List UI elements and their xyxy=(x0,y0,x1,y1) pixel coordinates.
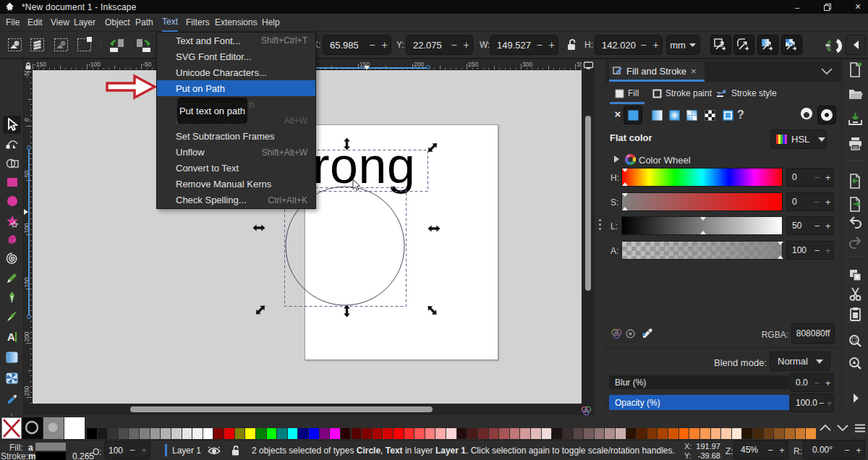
close-button[interactable]: ✕ xyxy=(846,0,868,14)
palette-swatch[interactable] xyxy=(637,428,647,439)
export-icon[interactable] xyxy=(848,197,863,212)
menubar-item-extensions[interactable]: Extensions xyxy=(215,14,258,32)
palette-swatch[interactable] xyxy=(235,428,245,439)
menu-item-put-on-path[interactable]: Put on Path xyxy=(157,80,315,96)
slider-marker-top[interactable] xyxy=(700,217,706,221)
save-icon[interactable] xyxy=(848,111,863,127)
tool-box3d-icon[interactable] xyxy=(3,231,21,249)
palette-swatch[interactable] xyxy=(341,428,351,439)
scale-handle-top[interactable] xyxy=(344,138,350,150)
w-plus-button[interactable]: + xyxy=(545,39,558,51)
slider-l[interactable] xyxy=(621,216,783,235)
palette-swatch[interactable] xyxy=(150,428,161,439)
palette-swatch[interactable] xyxy=(489,428,499,439)
slider-marker-bottom[interactable] xyxy=(622,207,628,210)
palette-swatch[interactable] xyxy=(478,428,488,439)
palette-swatch[interactable] xyxy=(288,428,298,439)
paste-icon[interactable] xyxy=(848,307,863,322)
palette-swatch[interactable] xyxy=(542,428,552,439)
palette-swatch[interactable] xyxy=(806,428,816,439)
blur-slider[interactable]: Blur (%) xyxy=(609,375,789,389)
slider-a[interactable] xyxy=(621,241,783,260)
palette-swatch[interactable] xyxy=(192,428,203,439)
palette-swatch[interactable] xyxy=(213,428,224,439)
menu-item-set-subtraction-frames[interactable]: Set Subtraction Frames xyxy=(157,129,315,145)
select-all-icon[interactable] xyxy=(7,36,24,54)
palette-swatch[interactable] xyxy=(224,428,234,439)
menu-item-text-and-font[interactable]: Text and Font...Shift+Ctrl+T xyxy=(157,33,315,48)
dock-tab-close-icon[interactable]: × xyxy=(691,66,697,77)
rotation-plus-button[interactable]: + xyxy=(853,445,864,456)
palette-swatch[interactable] xyxy=(616,428,626,439)
menu-item-convert-to-text[interactable]: Convert to Text xyxy=(157,161,315,176)
blur-minus-button[interactable]: − xyxy=(812,378,822,388)
menu-item-check-spelling[interactable]: Check Spelling...Ctrl+Alt+K xyxy=(157,192,315,208)
palette-swatch[interactable] xyxy=(753,428,763,439)
palette-swatch[interactable] xyxy=(446,428,456,439)
palette-swatch[interactable] xyxy=(658,428,668,439)
palette-swatch[interactable] xyxy=(298,428,308,439)
palette-swatch[interactable] xyxy=(182,428,192,439)
palette-swatch[interactable] xyxy=(774,428,784,439)
y-spinbox[interactable]: 22.075 − + xyxy=(406,35,473,55)
units-dropdown[interactable]: mm xyxy=(666,35,700,55)
opacity-plus-button[interactable]: + xyxy=(825,398,833,409)
zoom-spinbox[interactable]: 45% − + xyxy=(733,440,788,459)
tool-text-icon[interactable]: A xyxy=(3,328,21,346)
new-document-icon[interactable] xyxy=(848,62,863,77)
tool-rectangle-icon[interactable] xyxy=(3,174,21,192)
opacity-status-spinbox[interactable]: 100 − + xyxy=(104,441,150,459)
h-minus-button[interactable]: − xyxy=(637,39,650,51)
snap-magnet-icon[interactable] xyxy=(821,35,843,56)
palette-swatch[interactable] xyxy=(256,428,266,439)
slider-marker-bottom[interactable] xyxy=(622,182,628,186)
menubar-item-help[interactable]: Help xyxy=(262,14,280,32)
palette-swatch[interactable] xyxy=(605,428,615,439)
palette-swatch[interactable] xyxy=(435,428,446,439)
tab-fill[interactable]: Fill xyxy=(615,85,639,102)
menubar-item-filters[interactable]: Filters xyxy=(186,14,210,32)
palette-swatch[interactable] xyxy=(352,428,362,439)
palette-swatch[interactable] xyxy=(668,428,678,439)
palette-swatch[interactable] xyxy=(626,428,637,439)
blur-plus-button[interactable]: + xyxy=(822,378,833,388)
palette-swatch[interactable] xyxy=(457,428,467,439)
color-picker-icon[interactable] xyxy=(642,328,653,339)
h-spinbox[interactable]: 142.020 − + xyxy=(595,35,663,55)
rotate-ccw-icon[interactable] xyxy=(109,36,126,54)
menubar-item-path[interactable]: Path xyxy=(135,14,153,32)
palette-swatch[interactable] xyxy=(563,428,573,439)
opacity-status-plus[interactable]: + xyxy=(138,445,150,456)
palette-swatch[interactable] xyxy=(119,428,129,439)
menubar-item-layer[interactable]: Layer xyxy=(74,14,95,32)
opacity-slider[interactable]: Opacity (%) xyxy=(609,395,789,410)
dock-menu-chevron-icon[interactable] xyxy=(821,68,833,75)
palette-swatch[interactable] xyxy=(404,428,414,439)
zoom-minus-button[interactable]: − xyxy=(765,445,776,456)
palette-swatch[interactable] xyxy=(393,428,404,439)
slider-plus-button[interactable]: + xyxy=(822,197,833,208)
tab-stroke-style[interactable]: Stroke style xyxy=(716,85,777,102)
palette-swatch[interactable] xyxy=(796,428,806,439)
print-icon[interactable] xyxy=(848,136,863,151)
tool-node-icon[interactable] xyxy=(3,135,21,153)
tool-dropper-icon[interactable] xyxy=(3,391,21,409)
menubar-item-edit[interactable]: Edit xyxy=(27,14,43,32)
palette-swatch[interactable] xyxy=(362,428,372,439)
target-circle-icon[interactable] xyxy=(625,328,636,339)
hamburger-icon[interactable] xyxy=(854,423,866,433)
tool-pencil-icon[interactable] xyxy=(3,269,21,287)
slider-marker-top[interactable] xyxy=(622,169,628,172)
tool-pen-icon[interactable] xyxy=(3,288,21,306)
mesh-gradient-button[interactable] xyxy=(682,106,701,124)
lock-open-icon[interactable] xyxy=(567,38,577,51)
h-value[interactable]: 142.020 xyxy=(595,40,637,51)
palette-swatch[interactable] xyxy=(584,428,594,439)
palette-swatch[interactable] xyxy=(700,428,710,439)
menu-item-svg-font-editor[interactable]: SVG Font Editor... xyxy=(157,48,315,64)
palette-swatch[interactable] xyxy=(161,428,171,439)
slider-marker-bottom[interactable] xyxy=(778,255,783,259)
palette-swatch[interactable] xyxy=(552,428,562,439)
palette-swatch[interactable] xyxy=(531,428,541,439)
palette-swatch[interactable] xyxy=(203,428,213,439)
